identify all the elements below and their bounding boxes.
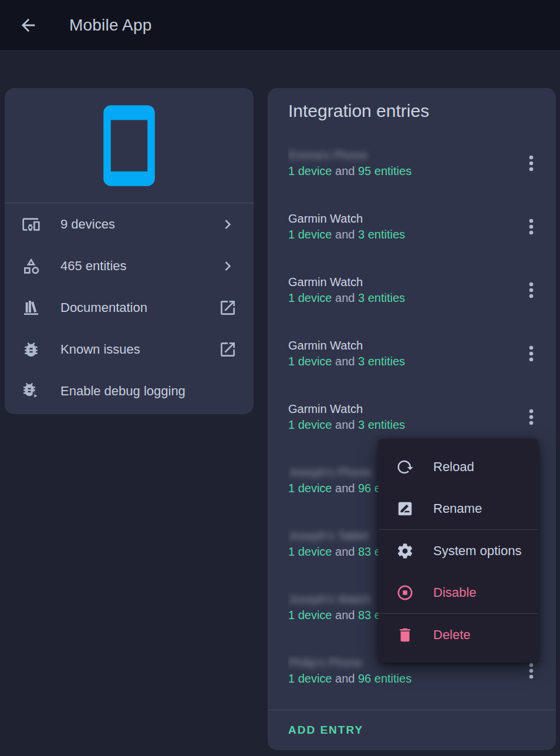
integration-entry-row: Garmin Watch 1 device and 3 entities xyxy=(268,322,556,385)
devices-icon xyxy=(22,215,41,234)
back-button[interactable] xyxy=(16,14,40,37)
bug-icon xyxy=(22,340,41,359)
entry-entities-link[interactable]: 3 entities xyxy=(358,291,405,304)
entry-name: Joseph's Watch xyxy=(288,592,370,607)
entry-device-link[interactable]: 1 device xyxy=(288,545,332,558)
entry-device-link[interactable]: 1 device xyxy=(288,418,332,431)
context-menu-item-label: Delete xyxy=(433,627,471,643)
entry-menu-button[interactable] xyxy=(517,276,545,304)
stop-circle-icon xyxy=(396,584,414,602)
entry-entities-link[interactable]: 3 entities xyxy=(358,418,405,431)
context-menu-item-rename[interactable]: Rename xyxy=(379,488,538,529)
open-in-new-icon xyxy=(218,298,237,317)
info-card-item-enable-debug-logging[interactable]: Enable debug logging xyxy=(5,370,254,412)
info-card-item-known-issues[interactable]: Known issues xyxy=(5,328,254,370)
entry-name: Philip's Phone xyxy=(288,655,362,671)
entry-subtitle-and: and xyxy=(332,228,358,241)
entry-subtitle-and: and xyxy=(332,164,358,177)
dots-vertical-icon xyxy=(519,278,543,302)
entry-subtitle: 1 device and 95 entities xyxy=(288,163,517,179)
add-entry-button[interactable]: ADD ENTRY xyxy=(288,710,363,750)
entry-name: Garmin Watch xyxy=(288,339,363,352)
entry-subtitle: 1 device and 3 entities xyxy=(288,354,517,369)
entry-entities-link[interactable]: 96 entities xyxy=(358,672,411,685)
entry-subtitle-and: and xyxy=(332,482,358,495)
context-menu-item-disable[interactable]: Disable xyxy=(379,572,538,613)
entry-name: Joseph's Tablet xyxy=(288,528,369,544)
integration-entry-row: Emma's Phone 1 device and 95 entities xyxy=(268,132,556,195)
info-item-label: Documentation xyxy=(60,300,218,315)
context-menu-item-reload[interactable]: Reload xyxy=(379,446,538,488)
entry-device-link[interactable]: 1 device xyxy=(288,482,332,495)
entry-name: Garmin Watch xyxy=(288,212,363,225)
context-menu-item-label: Reload xyxy=(433,459,474,475)
entry-subtitle-and: and xyxy=(332,418,358,431)
entry-subtitle-and: and xyxy=(332,355,358,368)
dots-vertical-icon xyxy=(519,342,543,365)
integration-entry-row: Garmin Watch 1 device and 3 entities xyxy=(268,258,556,322)
entry-menu-button[interactable] xyxy=(517,403,545,431)
entry-subtitle-and: and xyxy=(332,291,358,304)
info-card-item-9-devices[interactable]: 9 devices xyxy=(5,203,254,245)
entry-subtitle: 1 device and 3 entities xyxy=(288,290,517,306)
entry-context-menu: Reload Rename System options Disable Del… xyxy=(379,439,538,663)
entry-subtitle: 1 device and 3 entities xyxy=(288,417,517,433)
entry-name: Garmin Watch xyxy=(288,275,363,288)
entries-title: Integration entries xyxy=(288,101,429,121)
entry-device-link[interactable]: 1 device xyxy=(288,672,332,685)
entry-name: Joseph's Phone xyxy=(288,465,372,481)
entry-entities-link[interactable]: 3 entities xyxy=(358,355,405,368)
entry-entities-link[interactable]: 95 entities xyxy=(358,164,411,177)
context-menu-item-label: Rename xyxy=(433,501,482,516)
dots-vertical-icon xyxy=(519,659,543,683)
bookshelf-icon xyxy=(22,298,41,317)
entry-entities-link[interactable]: 3 entities xyxy=(358,228,405,241)
integration-info-card: 9 devices 465 entities Documentation Kno… xyxy=(5,88,254,414)
entry-device-link[interactable]: 1 device xyxy=(288,609,332,621)
integration-hero xyxy=(5,88,254,203)
info-link-list: 9 devices 465 entities Documentation Kno… xyxy=(5,203,254,412)
dots-vertical-icon xyxy=(519,405,543,429)
entry-menu-button[interactable] xyxy=(517,340,545,368)
dots-vertical-icon xyxy=(519,152,543,175)
app-header: Mobile App xyxy=(0,0,560,50)
cellphone-icon xyxy=(85,102,173,190)
chevron-right-icon xyxy=(218,215,237,234)
entry-device-link[interactable]: 1 device xyxy=(288,291,332,304)
open-in-new-icon xyxy=(218,340,237,359)
gear-icon xyxy=(396,542,414,560)
entry-device-link[interactable]: 1 device xyxy=(288,228,332,241)
entry-name: Garmin Watch xyxy=(288,402,363,415)
entry-subtitle-and: and xyxy=(332,672,358,685)
entry-name: Emma's Phone xyxy=(288,147,367,163)
context-menu-item-label: Disable xyxy=(433,585,476,600)
bug-play-icon xyxy=(22,382,41,401)
info-card-item-documentation[interactable]: Documentation xyxy=(5,287,254,328)
entry-menu-button[interactable] xyxy=(517,149,545,177)
entry-subtitle-and: and xyxy=(332,609,358,621)
context-menu-item-system-options[interactable]: System options xyxy=(379,530,538,572)
entry-subtitle: 1 device and 3 entities xyxy=(288,227,517,243)
rename-box-icon xyxy=(396,500,414,518)
entry-device-link[interactable]: 1 device xyxy=(288,355,332,368)
info-item-label: Enable debug logging xyxy=(60,384,237,399)
entry-device-link[interactable]: 1 device xyxy=(288,164,332,177)
entry-menu-button[interactable] xyxy=(517,213,545,241)
shapes-icon xyxy=(22,257,41,275)
context-menu-item-delete[interactable]: Delete xyxy=(379,614,538,656)
entry-subtitle-and: and xyxy=(332,545,358,558)
context-menu-item-label: System options xyxy=(433,543,521,559)
dots-vertical-icon xyxy=(519,215,543,238)
trash-icon xyxy=(396,626,414,644)
integration-entry-row: Garmin Watch 1 device and 3 entities xyxy=(268,195,556,258)
page-title: Mobile App xyxy=(69,16,152,35)
info-card-item-465-entities[interactable]: 465 entities xyxy=(5,245,254,287)
chevron-right-icon xyxy=(218,257,237,275)
reload-icon xyxy=(396,458,414,476)
entry-subtitle: 1 device and 96 entities xyxy=(288,671,517,687)
info-item-label: Known issues xyxy=(60,342,218,357)
info-item-label: 9 devices xyxy=(60,217,218,232)
info-item-label: 465 entities xyxy=(60,258,218,274)
arrow-left-icon xyxy=(18,15,38,35)
